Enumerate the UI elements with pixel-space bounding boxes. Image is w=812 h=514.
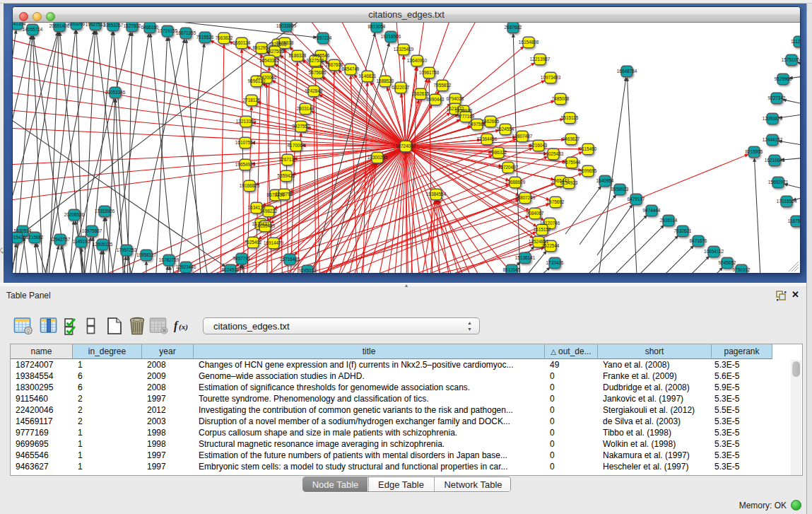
table-cell[interactable]: 0 xyxy=(550,461,596,472)
table-cell[interactable]: 2012 xyxy=(147,404,192,416)
close-panel-icon[interactable]: ✕ xyxy=(792,289,799,300)
table-cell[interactable]: Embryonic stem cells: a model to study s… xyxy=(199,461,543,472)
table-cell[interactable]: 5.3E-5 xyxy=(714,450,771,461)
column-header-short[interactable]: short xyxy=(598,344,712,359)
table-row[interactable]: 1830029562008Estimation of significance … xyxy=(11,382,792,393)
network-graph[interactable]: 1841354140557142069140693532651992751310… xyxy=(13,23,800,273)
graph-edge[interactable] xyxy=(601,225,664,273)
tab-network-table[interactable]: Network Table xyxy=(434,477,511,492)
delete-table-icon[interactable] xyxy=(128,317,146,335)
table-cell[interactable]: 5.3E-5 xyxy=(714,438,771,450)
table-cell[interactable]: 5.3E-5 xyxy=(714,416,771,427)
graph-edge[interactable] xyxy=(627,78,640,273)
splitter-handle-icon[interactable]: ▲ xyxy=(403,284,410,287)
table-cell[interactable]: 18724007 xyxy=(16,359,71,370)
table-cell[interactable]: 2 xyxy=(78,416,141,427)
table-cell[interactable]: 2003 xyxy=(147,416,192,427)
scrollbar-thumb[interactable] xyxy=(792,361,800,377)
table-cell[interactable]: 1 xyxy=(78,438,141,450)
table-cell[interactable]: 6 xyxy=(78,370,141,382)
tab-edge-table[interactable]: Edge Table xyxy=(368,477,433,492)
table-cell[interactable]: 5.3E-5 xyxy=(714,393,771,404)
graph-edge[interactable] xyxy=(797,62,800,71)
graph-edge[interactable] xyxy=(616,235,678,273)
table-cell[interactable]: 5.3E-5 xyxy=(714,461,771,472)
graph-edge[interactable] xyxy=(315,67,321,273)
column-header-title[interactable]: title xyxy=(194,344,545,359)
table-cell[interactable]: Tourette syndrome. Phenomenology and cla… xyxy=(199,393,543,404)
network-view-window[interactable]: citations_edges.txt 18413541405571420691… xyxy=(12,6,801,274)
column-header-pagerank[interactable]: pagerank xyxy=(712,344,772,359)
table-cell[interactable]: 9465546 xyxy=(16,450,71,461)
table-cell[interactable]: 1997 xyxy=(147,450,192,461)
graph-edge[interactable] xyxy=(584,215,647,273)
column-header-out_de[interactable]: △out_de... xyxy=(545,344,598,359)
import-table-icon[interactable] xyxy=(149,317,169,335)
table-row[interactable]: 2242004622012Investigating the contribut… xyxy=(11,404,792,416)
table-row[interactable]: 911546021997Tourette syndrome. Phenomeno… xyxy=(11,393,792,404)
graph-edge[interactable] xyxy=(13,79,406,146)
graph-edge[interactable] xyxy=(118,257,126,273)
table-row[interactable]: 1456911722003Disruption of a novel membe… xyxy=(11,416,792,427)
graph-edge[interactable] xyxy=(406,112,450,146)
graph-edge[interactable] xyxy=(66,221,73,273)
table-cell[interactable]: Nakamura et al. (1997) xyxy=(603,450,710,461)
table-cell[interactable]: 18300295 xyxy=(16,382,71,393)
table-cell[interactable]: Hescheler et al. (1997) xyxy=(603,461,710,472)
table-cell[interactable]: 0 xyxy=(550,404,596,416)
table-row[interactable]: 946554611997Estimation of the future num… xyxy=(11,450,792,461)
graph-edge[interactable] xyxy=(406,146,534,238)
network-canvas[interactable]: 1841354140557142069140693532651992751310… xyxy=(13,23,800,273)
column-select-icon[interactable] xyxy=(40,317,58,335)
left-splitter-collapse-icon[interactable]: ⤹ xyxy=(0,247,4,255)
table-cell[interactable]: 1 xyxy=(78,359,141,370)
table-cell[interactable]: 9463627 xyxy=(16,461,71,472)
tab-node-table[interactable]: Node Table xyxy=(303,477,367,492)
table-cell[interactable]: 5.3E-5 xyxy=(714,359,771,370)
table-cell[interactable]: 1998 xyxy=(147,438,192,450)
table-cell[interactable]: 5.9E-5 xyxy=(714,382,771,393)
table-cell[interactable]: Investigating the contribution of common… xyxy=(199,404,543,416)
table-cell[interactable]: 0 xyxy=(550,427,596,438)
table-cell[interactable]: Genome–wide association studies in ADHD. xyxy=(199,370,543,382)
graph-edge[interactable] xyxy=(579,194,616,245)
graph-edge[interactable] xyxy=(783,100,800,108)
panel-splitter[interactable]: ▲ xyxy=(0,283,806,286)
table-cell[interactable]: 22420046 xyxy=(16,404,71,416)
checkbox-list-icon[interactable] xyxy=(86,317,96,335)
table-cell[interactable]: Stergiakouli et al. (2012) xyxy=(603,404,710,416)
graph-edge[interactable] xyxy=(647,256,710,273)
table-cell[interactable]: 2 xyxy=(78,404,141,416)
table-row[interactable]: 1872400712008Changes of HCN gene express… xyxy=(11,359,792,370)
table-cell[interactable]: 6 xyxy=(78,382,141,393)
table-row[interactable]: 946362711997Embryonic stem cells: a mode… xyxy=(11,461,792,472)
table-cell[interactable]: 9115460 xyxy=(16,393,71,404)
graph-edge[interactable] xyxy=(406,146,489,273)
graph-edge[interactable] xyxy=(103,251,111,273)
table-cell[interactable]: 49 xyxy=(550,359,596,370)
table-cell[interactable]: Disruption of a novel member of a sodium… xyxy=(199,416,543,427)
table-cell[interactable]: 1 xyxy=(78,450,141,461)
table-cell[interactable]: 0 xyxy=(550,382,596,393)
table-cell[interactable]: 0 xyxy=(550,393,596,404)
table-cell[interactable]: 0 xyxy=(550,438,596,450)
table-cell[interactable]: Estimation of significance thresholds fo… xyxy=(199,382,543,393)
table-header-row[interactable]: namein_degreeyeartitle△out_de...shortpag… xyxy=(11,344,792,359)
left-panel-splitter[interactable]: ⤹ xyxy=(0,4,4,283)
table-cell[interactable]: Estimation of the future numbers of pati… xyxy=(199,450,543,461)
graph-edge[interactable] xyxy=(156,267,167,273)
table-cell[interactable]: 2008 xyxy=(147,382,192,393)
new-table-icon[interactable] xyxy=(106,317,123,335)
table-cell[interactable]: 0 xyxy=(550,450,596,461)
row-select-icon[interactable] xyxy=(64,317,82,335)
table-cell[interactable]: 1 xyxy=(78,461,141,472)
table-cell[interactable]: Yano et al. (2008) xyxy=(603,359,710,370)
table-cell[interactable]: Tibbo et al. (1998) xyxy=(603,427,710,438)
table-cell[interactable]: 5.3E-5 xyxy=(714,427,771,438)
right-edge-scrollbar[interactable] xyxy=(806,4,812,514)
table-row[interactable]: 969969511998Structural magnetic resonanc… xyxy=(11,438,792,450)
float-panel-icon[interactable] xyxy=(776,291,787,301)
graph-edge[interactable] xyxy=(754,158,763,273)
graph-edge[interactable] xyxy=(13,101,406,146)
table-cell[interactable]: Wolkin et al. (1998) xyxy=(603,438,710,450)
